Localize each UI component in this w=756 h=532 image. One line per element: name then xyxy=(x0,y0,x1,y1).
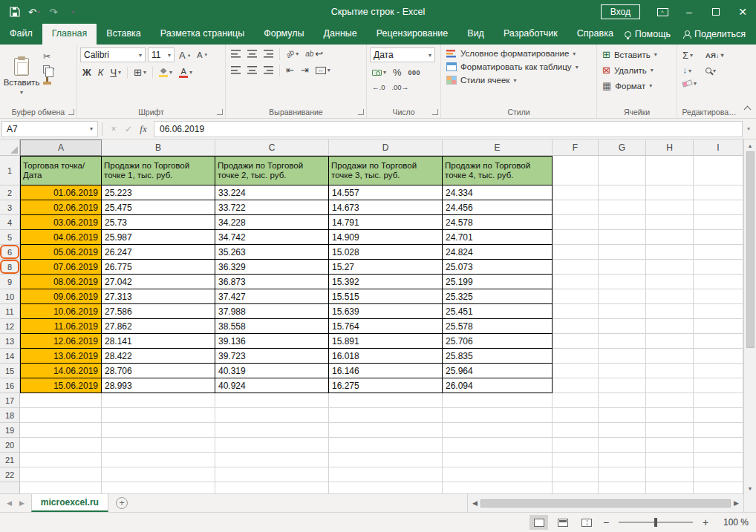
cell-I15[interactable] xyxy=(694,364,743,378)
select-all-button[interactable] xyxy=(0,139,20,156)
scroll-left-arrow[interactable]: ◀ xyxy=(469,499,480,507)
cell-C10[interactable]: 37.427 xyxy=(215,289,329,304)
paste-button[interactable]: Вставить ▾ xyxy=(3,47,40,106)
expand-formula-bar-button[interactable]: ▾ xyxy=(743,125,755,132)
cell-F17[interactable] xyxy=(553,393,599,408)
cell-D11[interactable]: 15.639 xyxy=(329,304,443,319)
cell-F1[interactable] xyxy=(553,156,599,185)
cell-I8[interactable] xyxy=(694,260,743,275)
align-middle-button[interactable] xyxy=(245,49,259,59)
cell-F20[interactable] xyxy=(553,438,599,453)
cell-H3[interactable] xyxy=(646,200,694,215)
column-header-F[interactable]: F xyxy=(553,139,599,156)
cell-D13[interactable]: 15.891 xyxy=(329,334,443,349)
row-header-19[interactable]: 19 xyxy=(0,423,20,438)
conditional-formatting-button[interactable]: Условное форматирование▾ xyxy=(444,47,581,59)
fill-color-button[interactable]: ▾ xyxy=(157,68,175,78)
cell-B3[interactable]: 25.475 xyxy=(102,200,215,215)
cell-C15[interactable]: 40.319 xyxy=(215,364,329,378)
cell-A4[interactable]: 03.06.2019 xyxy=(20,215,102,230)
format-cells-button[interactable]: ▦Формат▾ xyxy=(600,79,659,93)
cell-F12[interactable] xyxy=(553,319,599,334)
row-header-16[interactable]: 16 xyxy=(0,378,20,393)
cell-F4[interactable] xyxy=(553,215,599,230)
orientation-button[interactable]: ab▾ xyxy=(284,49,301,59)
autosum-button[interactable]: Σ▾ xyxy=(680,49,699,62)
cell-I1[interactable] xyxy=(694,156,743,185)
zoom-slider[interactable] xyxy=(619,522,693,523)
formula-input[interactable]: 06.06.2019 xyxy=(154,121,743,137)
horizontal-scrollbar[interactable]: ◀ ▶ xyxy=(467,494,743,512)
format-painter-button[interactable] xyxy=(43,77,54,85)
find-select-button[interactable]: ▾ xyxy=(703,65,726,76)
cell-H20[interactable] xyxy=(646,438,694,453)
insert-cells-button[interactable]: ⊞Вставить▾ xyxy=(600,47,659,62)
cell-C14[interactable]: 39.723 xyxy=(215,349,329,364)
cell-F22[interactable] xyxy=(553,467,599,482)
cell-F5[interactable] xyxy=(553,230,599,245)
increase-decimal-button[interactable]: ←.0 xyxy=(370,82,387,92)
minimize-button[interactable]: – xyxy=(676,0,703,24)
zoom-level[interactable]: 100 % xyxy=(716,517,749,528)
cell-D3[interactable]: 14.673 xyxy=(329,200,443,215)
cell-E8[interactable]: 25.073 xyxy=(443,260,553,275)
cell-F2[interactable] xyxy=(553,185,599,200)
cell-B12[interactable]: 27.862 xyxy=(102,319,215,334)
row-header-1[interactable]: 1 xyxy=(0,156,20,185)
cell-A22[interactable] xyxy=(20,467,102,482)
cell-D22[interactable] xyxy=(329,467,443,482)
sign-in-button[interactable]: Вход xyxy=(601,4,640,19)
cell-G10[interactable] xyxy=(599,289,646,304)
save-button[interactable] xyxy=(6,3,24,21)
cell-D14[interactable]: 16.018 xyxy=(329,349,443,364)
font-color-button[interactable]: А▾ xyxy=(177,67,195,79)
cell-A17[interactable] xyxy=(20,393,102,408)
column-header-D[interactable]: D xyxy=(329,139,443,156)
cell-A14[interactable]: 13.06.2019 xyxy=(20,349,102,364)
cell-F10[interactable] xyxy=(553,289,599,304)
cell-F21[interactable] xyxy=(553,453,599,467)
cell-H22[interactable] xyxy=(646,467,694,482)
cell-A6[interactable]: 05.06.2019 xyxy=(20,245,102,260)
dialog-launcher-icon[interactable] xyxy=(358,109,364,115)
cell-F13[interactable] xyxy=(553,334,599,349)
cell-G21[interactable] xyxy=(599,453,646,467)
cell-C1[interactable]: Продажи по Торговой точке 2, тыс. руб. xyxy=(215,156,329,185)
cell-H6[interactable] xyxy=(646,245,694,260)
cell-G14[interactable] xyxy=(599,349,646,364)
row-header-partial[interactable] xyxy=(0,482,20,494)
cell-D18[interactable] xyxy=(329,408,443,423)
dialog-launcher-icon[interactable] xyxy=(68,109,74,115)
cell-I2[interactable] xyxy=(694,185,743,200)
cell-G15[interactable] xyxy=(599,364,646,378)
cell-C12[interactable]: 38.558 xyxy=(215,319,329,334)
percent-style-button[interactable]: % xyxy=(391,66,404,79)
cut-button[interactable]: ✂ xyxy=(43,51,54,62)
cell-G5[interactable] xyxy=(599,230,646,245)
cell-I19[interactable] xyxy=(694,423,743,438)
cell-C6[interactable]: 35.263 xyxy=(215,245,329,260)
cell-H-partial[interactable] xyxy=(646,482,694,494)
ribbon-tab-Рецензирование[interactable]: Рецензирование xyxy=(367,24,458,45)
copy-button[interactable]: ▾ xyxy=(43,65,54,73)
dialog-launcher-icon[interactable] xyxy=(432,109,438,115)
cell-B15[interactable]: 28.706 xyxy=(102,364,215,378)
row-header-18[interactable]: 18 xyxy=(0,408,20,423)
bold-button[interactable]: Ж xyxy=(80,66,94,79)
share-button[interactable]: Поделиться xyxy=(682,29,746,39)
cell-H17[interactable] xyxy=(646,393,694,408)
row-header-12[interactable]: 12 xyxy=(0,319,20,334)
comma-style-button[interactable]: 000 xyxy=(406,68,423,77)
ribbon-tab-Разработчик[interactable]: Разработчик xyxy=(494,24,567,45)
cell-H12[interactable] xyxy=(646,319,694,334)
column-header-H[interactable]: H xyxy=(646,139,694,156)
cell-H10[interactable] xyxy=(646,289,694,304)
row-header-21[interactable]: 21 xyxy=(0,453,20,467)
cell-E6[interactable]: 24.824 xyxy=(443,245,553,260)
accounting-format-button[interactable]: ▾ xyxy=(370,68,388,76)
close-button[interactable]: ✕ xyxy=(729,0,756,24)
cell-B2[interactable]: 25.223 xyxy=(102,185,215,200)
cell-A12[interactable]: 11.06.2019 xyxy=(20,319,102,334)
align-right-button[interactable] xyxy=(261,65,276,75)
column-header-C[interactable]: C xyxy=(215,139,329,156)
